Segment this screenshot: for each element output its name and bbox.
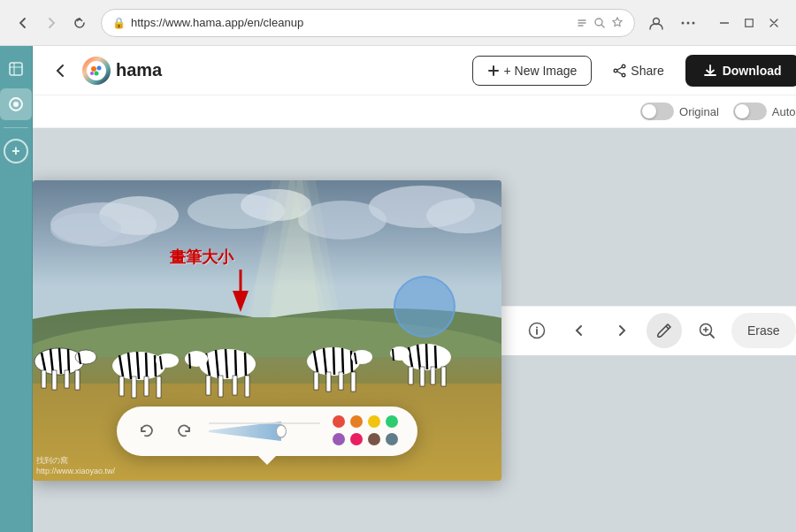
svg-point-79 [351,350,372,364]
color-red[interactable] [333,415,345,428]
canvas-area[interactable]: 畫筆大小 [33,128,796,532]
color-orange[interactable] [350,415,363,428]
auto-label: Auto [772,105,796,118]
brush-size-slider[interactable] [209,419,320,444]
app-header: hama + New Image Sha [33,46,796,95]
close-button[interactable] [762,11,785,34]
logo-text: hama [116,60,162,80]
next-button[interactable] [604,313,639,348]
logo[interactable]: hama [82,57,162,85]
svg-point-13 [95,71,99,75]
sidebar-divider [4,127,28,128]
maximize-button[interactable] [738,11,761,34]
svg-line-77 [342,348,343,374]
svg-rect-71 [233,376,237,395]
svg-line-88 [426,344,427,369]
svg-rect-45 [42,370,46,388]
svg-rect-59 [144,376,149,396]
svg-rect-81 [314,372,318,390]
sidebar-add-button[interactable]: + [4,139,28,163]
new-image-label: + New Image [503,64,577,78]
svg-rect-60 [157,376,161,398]
brush-tool-button[interactable] [647,313,682,348]
forward-button[interactable] [39,11,64,35]
svg-line-91 [393,349,394,361]
app-back-button[interactable] [47,57,75,85]
app-layout: + hama [0,46,796,532]
svg-rect-69 [206,376,210,395]
brush-taper-svg [209,422,320,441]
sidebar-icon-layers[interactable] [0,53,32,85]
browser-toolbar [644,11,700,35]
share-label: Share [631,64,663,78]
refresh-button[interactable] [67,11,92,35]
toggles-row: Original Auto [33,95,796,128]
auto-toggle[interactable] [733,103,767,120]
svg-rect-5 [720,22,729,24]
svg-rect-95 [441,367,446,386]
svg-point-100 [276,425,286,437]
svg-line-66 [245,353,246,376]
color-brown[interactable] [368,433,380,445]
svg-line-68 [189,353,190,369]
svg-point-15 [623,65,626,68]
svg-point-17 [615,69,618,72]
svg-point-102 [536,327,538,329]
svg-line-89 [435,346,436,369]
main-content: hama + New Image Sha [33,46,796,532]
download-button[interactable]: Download [685,55,796,87]
svg-rect-72 [245,376,249,397]
svg-rect-83 [339,372,343,390]
back-button[interactable] [11,11,35,35]
brush-visual [209,422,320,440]
svg-point-11 [91,66,96,72]
erase-button[interactable]: Erase [731,313,796,348]
svg-point-9 [13,102,19,107]
profile-button[interactable] [644,11,669,35]
browser-chrome: 🔒 https://www.hama.app/en/cleanup [0,0,796,46]
svg-point-21 [50,213,121,245]
color-palette [333,415,400,447]
svg-rect-94 [431,367,435,384]
svg-line-76 [333,347,334,375]
svg-rect-46 [52,370,57,390]
color-purple[interactable] [333,433,345,445]
svg-line-65 [235,350,236,377]
search-icon [593,17,606,29]
zoom-button[interactable] [689,313,724,348]
svg-line-54 [155,355,156,376]
svg-point-3 [687,21,690,24]
svg-point-55 [156,353,179,368]
more-options-button[interactable] [676,11,700,35]
image-container[interactable]: 畫筆大小 [33,180,501,481]
color-yellow[interactable] [368,415,380,428]
color-pink[interactable] [350,433,363,445]
undo-button[interactable] [134,419,159,444]
svg-rect-7 [10,63,22,75]
svg-point-10 [87,61,106,80]
reader-mode-icon [576,17,588,29]
info-button[interactable] [519,313,555,348]
star-icon [611,17,624,29]
minimize-button[interactable] [713,11,736,34]
header-actions: + New Image Share Do [472,55,796,87]
new-image-button[interactable]: + New Image [472,56,592,86]
lock-icon: 🔒 [112,17,126,29]
address-bar[interactable]: 🔒 https://www.hama.app/en/cleanup [101,9,635,37]
color-slate[interactable] [386,433,398,445]
prev-button[interactable] [562,313,597,348]
svg-rect-57 [119,376,124,396]
svg-rect-58 [132,376,136,398]
svg-rect-48 [75,370,80,390]
nav-buttons [11,11,92,35]
original-label: Original [679,105,719,118]
color-green[interactable] [386,415,398,428]
svg-rect-93 [420,367,425,386]
sidebar-icon-active[interactable] [0,88,32,120]
redo-button[interactable] [172,419,196,444]
original-toggle-item: Original [640,103,719,120]
share-button[interactable]: Share [599,57,677,85]
download-label: Download [723,64,782,78]
erase-label: Erase [747,323,780,338]
original-toggle[interactable] [640,103,674,120]
